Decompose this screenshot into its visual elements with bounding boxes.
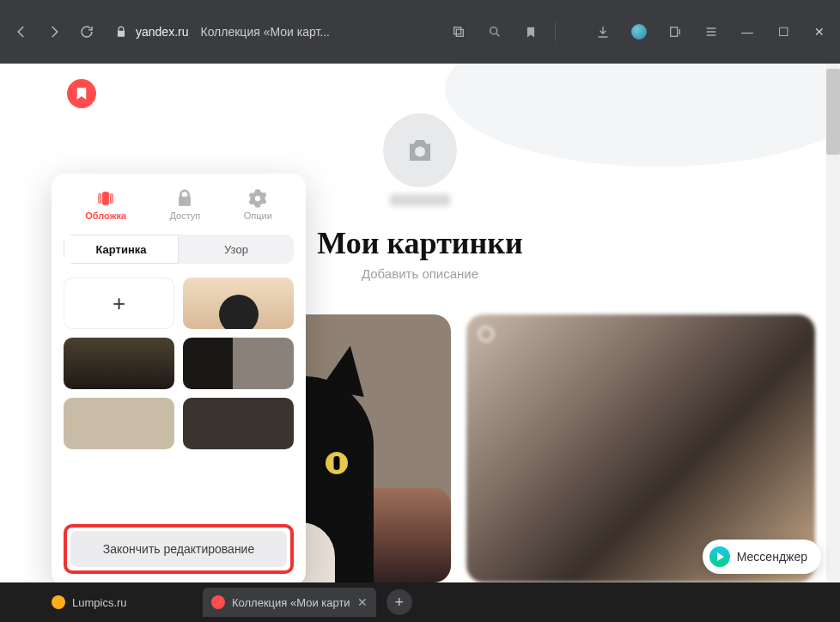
downloads-icon[interactable] xyxy=(591,20,615,44)
cover-thumbnail[interactable] xyxy=(183,338,294,389)
nav-back-button[interactable] xyxy=(9,19,34,45)
cover-type-segment: Картинка Узор xyxy=(64,235,294,264)
tab-title: Коллекция «Мои карти xyxy=(232,596,350,609)
cover-edit-panel: Обложка Доступ Опции Картинка Узор + За xyxy=(52,174,306,582)
duplicate-icon[interactable] xyxy=(447,20,471,44)
svg-rect-6 xyxy=(99,194,101,204)
tab-close-button[interactable]: ✕ xyxy=(357,595,368,609)
messenger-icon xyxy=(709,546,730,567)
new-tab-button[interactable]: + xyxy=(387,589,412,615)
messenger-label: Мессенджер xyxy=(737,550,807,564)
finish-editing-button[interactable]: Закончить редактирование xyxy=(70,531,287,567)
cover-icon xyxy=(96,189,115,208)
nav-reload-button[interactable] xyxy=(74,19,100,45)
segment-picture[interactable]: Картинка xyxy=(64,235,179,264)
tab-access-label: Доступ xyxy=(169,210,200,221)
extensions-icon[interactable] xyxy=(663,20,687,44)
browser-tab-active[interactable]: Коллекция «Мои карти ✕ xyxy=(203,588,376,617)
browser-toolbar: yandex.ru Коллекция «Мои карт... — ☐ ✕ xyxy=(0,0,840,64)
svg-point-4 xyxy=(415,147,425,157)
page-title-bar: Коллекция «Мои карт... xyxy=(200,25,330,39)
tab-options[interactable]: Опции xyxy=(244,189,272,221)
cover-thumbnail[interactable] xyxy=(183,398,294,449)
collections-logo-icon[interactable] xyxy=(67,79,96,108)
messenger-button[interactable]: Мессенджер xyxy=(703,540,821,574)
search-icon[interactable] xyxy=(483,20,507,44)
scrollbar[interactable] xyxy=(826,64,840,582)
avatar-placeholder[interactable] xyxy=(380,111,460,190)
panel-tab-row: Обложка Доступ Опции xyxy=(64,189,294,221)
page-content: Мои картинки Добавить описание Обложка Д… xyxy=(0,64,840,582)
cover-thumbnail[interactable] xyxy=(183,277,294,329)
decorative-shape xyxy=(445,64,840,167)
lock-icon xyxy=(175,189,194,208)
menu-icon[interactable] xyxy=(699,20,723,44)
cover-thumbnail[interactable] xyxy=(64,338,174,389)
window-close-button[interactable]: ✕ xyxy=(807,20,831,44)
tab-access[interactable]: Доступ xyxy=(169,189,200,221)
camera-icon xyxy=(405,135,435,166)
window-minimize-button[interactable]: — xyxy=(735,20,759,44)
svg-point-2 xyxy=(490,27,497,34)
favicon-icon xyxy=(211,595,225,609)
cover-thumbnail[interactable] xyxy=(64,398,174,449)
scroll-thumb[interactable] xyxy=(826,69,840,155)
collection-title: Мои картинки xyxy=(317,225,523,261)
add-cover-button[interactable]: + xyxy=(64,277,174,329)
svg-rect-0 xyxy=(454,27,461,34)
lock-icon xyxy=(115,26,127,38)
gear-icon xyxy=(248,189,267,208)
svg-rect-1 xyxy=(456,29,463,36)
favicon-icon xyxy=(52,595,65,609)
cover-thumbnail-grid: + xyxy=(64,277,294,449)
tab-cover[interactable]: Обложка xyxy=(85,189,126,221)
nav-forward-button[interactable] xyxy=(41,19,67,45)
url-domain[interactable]: yandex.ru xyxy=(136,25,188,39)
bookmark-icon[interactable] xyxy=(519,20,543,44)
loading-indicator-icon xyxy=(478,326,494,342)
browser-tabstrip: Lumpics.ru Коллекция «Мои карти ✕ + xyxy=(0,582,840,622)
window-maximize-button[interactable]: ☐ xyxy=(771,20,795,44)
svg-rect-5 xyxy=(102,192,108,205)
separator xyxy=(555,22,579,41)
svg-rect-3 xyxy=(671,27,678,37)
add-description-link[interactable]: Добавить описание xyxy=(362,266,478,281)
highlight-frame: Закончить редактирование xyxy=(64,524,294,574)
segment-pattern[interactable]: Узор xyxy=(179,235,294,264)
zen-icon[interactable] xyxy=(627,20,651,44)
tab-cover-label: Обложка xyxy=(85,210,126,221)
tab-options-label: Опции xyxy=(244,210,272,221)
browser-tab[interactable]: Lumpics.ru xyxy=(43,588,198,617)
tab-title: Lumpics.ru xyxy=(72,596,127,609)
svg-rect-7 xyxy=(111,194,113,204)
username-blurred xyxy=(390,194,450,206)
